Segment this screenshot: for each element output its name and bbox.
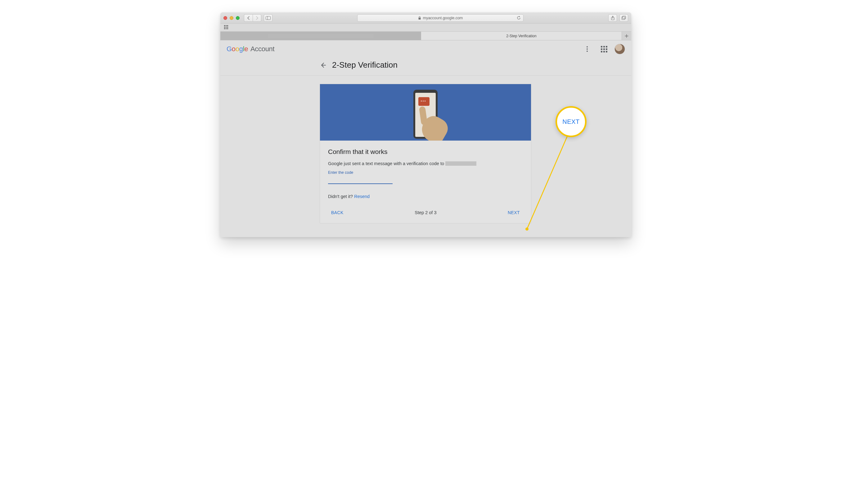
tab-label: 2-Step Verification	[506, 34, 536, 38]
google-apps-button[interactable]	[598, 43, 610, 55]
sms-bubble-icon	[418, 97, 430, 106]
code-input[interactable]	[328, 175, 393, 184]
titlebar: myaccount.google.com	[220, 12, 631, 24]
kebab-icon	[587, 46, 588, 52]
more-options-button[interactable]	[581, 43, 593, 55]
nav-forward-button[interactable]	[253, 14, 261, 22]
account-header: Google Account	[220, 40, 631, 58]
nav-back-forward	[244, 14, 261, 22]
nav-back-button[interactable]	[244, 14, 253, 22]
card-description: Google just sent a text message with a v…	[328, 161, 523, 166]
sidebar-toggle-button[interactable]	[264, 14, 273, 22]
tab-1[interactable]	[220, 32, 421, 40]
page-title: 2-Step Verification	[332, 60, 398, 70]
share-button[interactable]	[608, 14, 617, 22]
svg-rect-4	[622, 17, 625, 20]
account-avatar[interactable]	[614, 44, 625, 54]
reload-button[interactable]	[517, 16, 521, 20]
address-bar[interactable]: myaccount.google.com	[357, 14, 524, 22]
card-heading: Confirm that it works	[328, 148, 523, 155]
resend-prefix: Didn't get it?	[328, 194, 354, 199]
next-button[interactable]: NEXT	[505, 208, 523, 218]
svg-rect-0	[266, 16, 271, 20]
close-window-button[interactable]	[224, 16, 227, 20]
card-footer: BACK Step 2 of 3 NEXT	[320, 202, 531, 223]
annotation-callout-label: NEXT	[562, 118, 580, 125]
window-controls	[224, 16, 240, 20]
apps-grid-icon	[601, 46, 607, 52]
address-bar-text: myaccount.google.com	[423, 16, 463, 20]
back-arrow-button[interactable]	[320, 62, 326, 69]
new-tab-button[interactable]	[622, 32, 631, 40]
card-description-text: Google just sent a text message with a v…	[328, 161, 444, 166]
page-content: Google Account 2-Step Verification	[220, 40, 631, 237]
resend-row: Didn't get it? Resend	[328, 194, 523, 199]
svg-rect-2	[418, 18, 421, 20]
code-input-label: Enter the code	[328, 170, 523, 175]
favorites-bar	[220, 24, 631, 32]
back-button[interactable]: BACK	[328, 208, 347, 218]
page-subheader: 2-Step Verification	[220, 58, 631, 76]
verification-card: Confirm that it works Google just sent a…	[320, 84, 531, 224]
tabs-overview-button[interactable]	[620, 14, 628, 22]
hero-illustration	[320, 84, 531, 141]
tab-2-step-verification[interactable]: 2-Step Verification	[421, 32, 622, 40]
minimize-window-button[interactable]	[230, 16, 233, 20]
redacted-phone-number	[445, 161, 476, 166]
redacted-tab-title	[268, 34, 373, 38]
tab-strip: 2-Step Verification	[220, 32, 631, 40]
zoom-window-button[interactable]	[236, 16, 240, 20]
lock-icon	[418, 16, 421, 20]
resend-link[interactable]: Resend	[354, 194, 370, 199]
step-indicator: Step 2 of 3	[415, 210, 436, 215]
annotation-callout-next: NEXT	[555, 106, 587, 137]
svg-rect-5	[623, 16, 626, 19]
google-account-logo: Google Account	[227, 45, 274, 53]
apps-grid-icon[interactable]	[224, 25, 229, 30]
hand-illustration	[416, 108, 453, 141]
